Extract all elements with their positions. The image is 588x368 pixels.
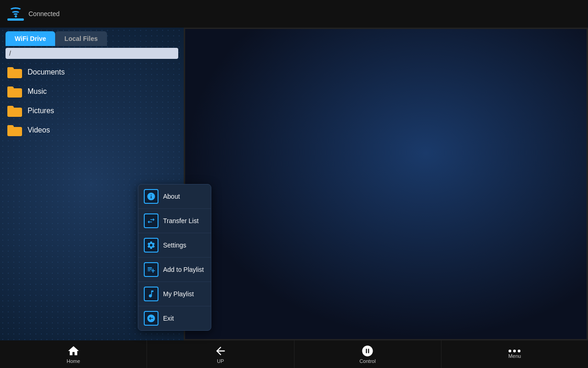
menu-item-transfer-list[interactable]: Transfer List bbox=[138, 209, 211, 233]
menu-item-about[interactable]: About bbox=[138, 184, 211, 209]
nav-up[interactable]: UP bbox=[147, 340, 294, 368]
transfer-list-label: Transfer List bbox=[163, 217, 198, 224]
wifi-status-icon bbox=[7, 6, 24, 22]
file-name: Videos bbox=[28, 126, 50, 134]
list-item[interactable]: Documents bbox=[6, 63, 178, 82]
main-layout: WiFi Drive Local Files / Documents Music… bbox=[0, 28, 588, 340]
menu-item-my-playlist[interactable]: My Playlist bbox=[138, 282, 211, 306]
settings-icon-box bbox=[144, 238, 158, 253]
exit-label: Exit bbox=[163, 315, 174, 322]
transfer-icon-box bbox=[144, 213, 158, 228]
nav-control[interactable]: Control bbox=[294, 340, 441, 368]
menu-item-exit[interactable]: Exit bbox=[138, 306, 211, 330]
left-panel: WiFi Drive Local Files / Documents Music… bbox=[0, 28, 184, 340]
nav-menu[interactable]: Menu bbox=[441, 340, 588, 368]
nav-control-label: Control bbox=[359, 358, 375, 364]
nav-home[interactable]: Home bbox=[0, 340, 147, 368]
folder-icon bbox=[7, 66, 22, 78]
tab-wifi-drive[interactable]: WiFi Drive bbox=[6, 31, 55, 46]
about-icon-box bbox=[144, 189, 158, 204]
tab-local-files[interactable]: Local Files bbox=[55, 31, 107, 46]
status-bar: Connected bbox=[0, 0, 588, 28]
nav-up-label: UP bbox=[217, 358, 224, 364]
add-to-playlist-icon-box bbox=[144, 262, 158, 277]
folder-icon bbox=[7, 105, 22, 117]
info-icon bbox=[147, 192, 156, 201]
connection-label: Connected bbox=[28, 10, 60, 17]
list-item[interactable]: Pictures bbox=[6, 101, 178, 121]
folder-icon bbox=[7, 86, 22, 98]
file-list: Documents Music Pictures Videos bbox=[0, 61, 184, 142]
context-menu: About Transfer List Settings bbox=[138, 184, 211, 331]
menu-item-add-to-playlist[interactable]: Add to Playlist bbox=[138, 258, 211, 282]
control-icon bbox=[361, 345, 374, 357]
my-playlist-icon-box bbox=[144, 287, 158, 301]
home-icon bbox=[67, 345, 80, 357]
about-label: About bbox=[163, 193, 180, 200]
folder-icon bbox=[7, 124, 22, 136]
path-bar: / bbox=[6, 48, 178, 59]
tab-bar: WiFi Drive Local Files bbox=[0, 28, 184, 46]
exit-icon-box bbox=[144, 311, 158, 326]
transfer-icon bbox=[147, 216, 156, 225]
file-name: Documents bbox=[28, 68, 65, 76]
settings-label: Settings bbox=[163, 242, 187, 249]
exit-icon bbox=[147, 314, 156, 323]
menu-dots-icon bbox=[509, 350, 520, 352]
nav-menu-label: Menu bbox=[509, 353, 521, 359]
up-icon bbox=[214, 345, 227, 357]
bottom-nav: Home UP Control Menu bbox=[0, 340, 588, 368]
nav-home-label: Home bbox=[67, 358, 80, 364]
menu-item-settings[interactable]: Settings bbox=[138, 233, 211, 258]
my-playlist-label: My Playlist bbox=[163, 290, 194, 298]
list-item[interactable]: Videos bbox=[6, 121, 178, 140]
music-icon bbox=[147, 289, 156, 299]
right-panel bbox=[184, 28, 588, 340]
settings-icon bbox=[147, 241, 156, 250]
list-item[interactable]: Music bbox=[6, 82, 178, 101]
file-name: Pictures bbox=[28, 107, 54, 115]
file-name: Music bbox=[28, 87, 47, 96]
add-music-icon bbox=[147, 265, 156, 274]
add-to-playlist-label: Add to Playlist bbox=[163, 266, 204, 273]
